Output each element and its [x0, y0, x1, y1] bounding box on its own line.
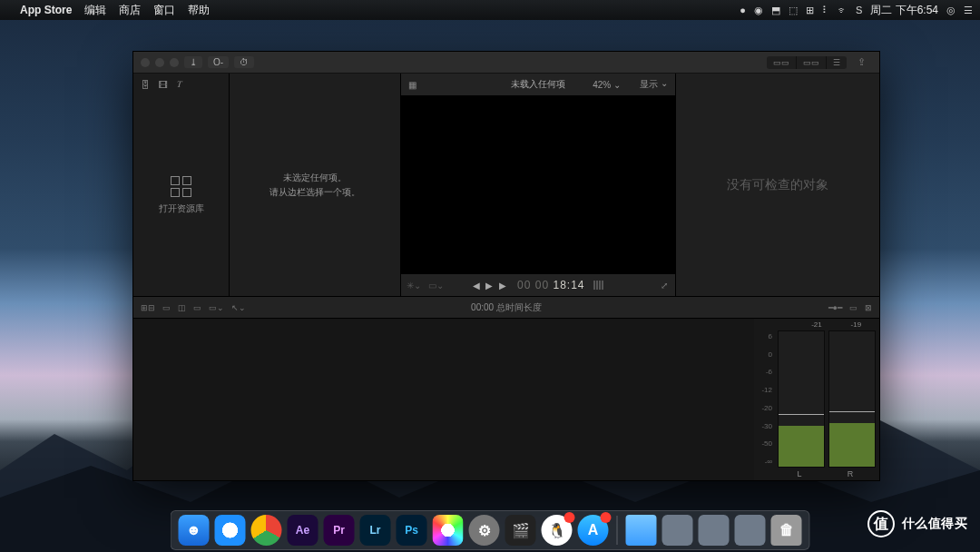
dock-separator: [617, 516, 618, 545]
watermark: 值 什么值得买: [867, 510, 968, 537]
sidebar-tabs[interactable]: 🗄 🎞 𝑇: [133, 74, 229, 95]
dock-premiere[interactable]: Pr: [324, 515, 355, 546]
select-tool-icon[interactable]: ↖⌄: [231, 303, 246, 312]
macos-menubar: App Store 编辑 商店 窗口 帮助 ● ◉ ⬒ ⬚ ⊞ ⠇ ᯤ S 周二…: [0, 0, 980, 20]
status-icon[interactable]: ●: [740, 5, 746, 15]
dock-photos[interactable]: [433, 515, 464, 546]
import-button[interactable]: ⤓: [184, 56, 202, 68]
window-titlebar[interactable]: ⤓ O- ⏱ ▭▭ ▭▭ ☰ ⇪: [133, 52, 879, 74]
dock-app-store[interactable]: A: [578, 515, 609, 546]
dock-after-effects[interactable]: Ae: [288, 515, 318, 546]
libraries-tab-icon[interactable]: 🗄: [141, 80, 150, 90]
titles-tab-icon[interactable]: 𝑇: [177, 79, 182, 90]
watermark-icon: 值: [867, 510, 895, 537]
browser-empty-line1: 未选定任何项。: [270, 171, 360, 185]
transport-left-tools[interactable]: ✳⌄ ▭⌄: [407, 281, 444, 291]
background-tasks-button[interactable]: ⏱: [234, 56, 254, 68]
siri-icon[interactable]: ◎: [946, 5, 956, 16]
menu-help[interactable]: 帮助: [188, 3, 210, 18]
index-button[interactable]: ⊞⊟: [141, 303, 155, 312]
dock-photoshop[interactable]: Ps: [397, 515, 427, 546]
dock-chrome[interactable]: [251, 515, 282, 546]
browser-empty-line2: 请从边栏选择一个项。: [270, 185, 360, 200]
meter-peak-r: -19: [837, 320, 876, 329]
menu-store[interactable]: 商店: [119, 3, 141, 18]
playback-controls[interactable]: ◀ ▶ ▶: [473, 281, 509, 291]
menu-window[interactable]: 窗口: [153, 3, 175, 18]
dock-system-preferences[interactable]: ⚙: [469, 515, 500, 546]
audio-mini-meter: [593, 281, 603, 290]
dock-lightroom[interactable]: Lr: [360, 515, 391, 546]
insert-clip-icon[interactable]: ◫: [178, 303, 186, 312]
fcpx-window: ⤓ O- ⏱ ▭▭ ▭▭ ☰ ⇪ 🗄 🎞 𝑇 打开资源库: [132, 51, 880, 481]
menubar-clock[interactable]: 周二 下午6:54: [870, 3, 938, 18]
meter-label-r: R: [825, 469, 876, 478]
menu-edit[interactable]: 编辑: [84, 3, 106, 18]
notification-center-icon[interactable]: ☰: [964, 5, 973, 16]
fullscreen-button[interactable]: ⤢: [661, 281, 668, 291]
dock-launchpad[interactable]: [215, 515, 246, 546]
open-library-icon[interactable]: [171, 176, 191, 197]
menubar-app-name[interactable]: App Store: [20, 4, 72, 16]
macos-dock: ☻ Ae Pr Lr Ps ⚙ 🎬 🐧 A 🗑: [171, 510, 810, 550]
viewer-display-menu[interactable]: 显示⌄: [640, 78, 668, 91]
keyword-editor-button[interactable]: O-: [208, 56, 229, 68]
audio-meters-panel: -21 -19 6 0 -6 -12 -20 -30 -50 -∞: [754, 319, 879, 480]
status-icon[interactable]: ⬚: [789, 5, 798, 16]
dock-item[interactable]: [662, 515, 693, 546]
viewer-settings-icon[interactable]: ▦: [408, 80, 416, 90]
status-icon[interactable]: S: [856, 5, 862, 15]
watermark-text: 什么值得买: [902, 516, 968, 532]
dock-folder[interactable]: [626, 515, 657, 546]
transport-bar: ✳⌄ ▭⌄ ◀ ▶ ▶ 00 00 18:14 ⤢: [401, 274, 675, 296]
status-icon[interactable]: ⊞: [806, 5, 814, 16]
dock-final-cut-pro[interactable]: 🎬: [505, 515, 536, 546]
timecode[interactable]: 18:14: [553, 279, 584, 291]
open-library-label[interactable]: 打开资源库: [159, 202, 204, 215]
timeline-zoom-slider[interactable]: ━●━: [828, 303, 842, 312]
dock-item[interactable]: [699, 515, 730, 546]
dock-trash[interactable]: 🗑: [771, 515, 802, 546]
connect-clip-icon[interactable]: ▭: [162, 303, 171, 312]
viewer-canvas[interactable]: [401, 95, 675, 274]
meter-r: [828, 330, 876, 468]
viewer-panel: ▦ 未载入任何项 42% ⌄ 显示⌄ ✳⌄ ▭⌄ ◀ ▶ ▶ 00 00 18:…: [401, 74, 676, 296]
viewer-title: 未载入任何项: [511, 78, 565, 91]
timeline-ruler-label: 00:00 总时间长度: [471, 301, 542, 314]
layout-segmented-control[interactable]: ▭▭ ▭▭ ☰: [767, 56, 847, 69]
status-icon[interactable]: ⬒: [771, 5, 780, 16]
timeline-area[interactable]: [133, 319, 754, 480]
browser-panel: 未选定任何项。 请从边栏选择一个项。: [230, 74, 401, 296]
wifi-icon[interactable]: ᯤ: [838, 5, 848, 15]
share-button[interactable]: ⇪: [850, 56, 872, 68]
viewer-header: ▦ 未载入任何项 42% ⌄ 显示⌄: [401, 74, 675, 95]
status-icon[interactable]: ⠇: [822, 5, 829, 16]
dock-item[interactable]: [735, 515, 766, 546]
timeline-toolbar: ⊞⊟ ▭ ◫ ▭ ▭⌄ ↖⌄ 00:00 总时间长度 ━●━ ▭ ⊠: [133, 297, 879, 319]
viewer-zoom[interactable]: 42% ⌄: [593, 80, 621, 90]
inspector-panel: 没有可检查的对象: [676, 74, 879, 296]
append-clip-icon[interactable]: ▭: [193, 303, 201, 312]
meter-label-l: L: [774, 469, 825, 478]
meter-scale: 6 0 -6 -12 -20 -30 -50 -∞: [758, 330, 774, 468]
dock-finder[interactable]: ☻: [179, 515, 210, 546]
meter-peak-l: -21: [797, 320, 836, 329]
overwrite-clip-icon[interactable]: ▭⌄: [209, 303, 224, 312]
status-icon[interactable]: ◉: [754, 5, 763, 16]
timecode-prefix: 00 00: [517, 279, 549, 291]
photos-tab-icon[interactable]: 🎞: [159, 80, 168, 90]
dock-qq[interactable]: 🐧: [542, 515, 573, 546]
window-traffic-lights[interactable]: [141, 58, 179, 67]
library-sidebar: 🗄 🎞 𝑇 打开资源库: [133, 74, 230, 296]
clip-appearance-button[interactable]: ▭: [849, 303, 858, 312]
inspector-empty-label: 没有可检查的对象: [727, 177, 828, 193]
timeline-options-icon[interactable]: ⊠: [865, 303, 872, 312]
meter-l: [778, 330, 825, 468]
